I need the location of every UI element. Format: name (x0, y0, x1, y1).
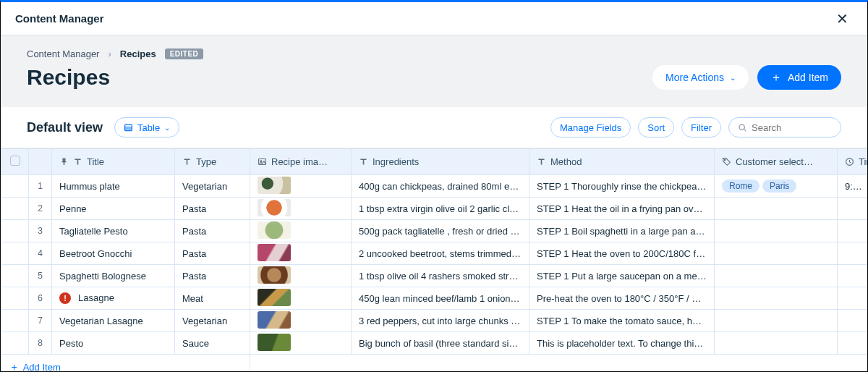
cell-ingredients[interactable]: 2 uncooked beetroot, stems trimmed (2… (352, 242, 529, 265)
cell-method[interactable]: STEP 1 To make the tomato sauce, heat th… (529, 310, 715, 332)
cell-ingredients[interactable]: 450g lean minced beef/lamb 1 onion 1 … (352, 287, 529, 310)
cell-type[interactable]: Vegetarian (175, 175, 250, 198)
cell-title[interactable]: Spaghetti Bolognese (52, 265, 175, 287)
cell-time[interactable] (838, 220, 868, 242)
table-row[interactable]: 6!LasagneMeat450g lean minced beef/lamb … (1, 287, 868, 310)
cell-title[interactable]: Vegetarian Lasagne (52, 310, 175, 332)
table-row[interactable]: 3Tagliatelle PestoPasta500g pack tagliat… (1, 220, 868, 242)
cell-time[interactable] (838, 310, 868, 332)
cell-type[interactable]: Pasta (175, 220, 250, 242)
filter-button[interactable]: Filter (681, 117, 721, 138)
cell-image[interactable] (250, 265, 352, 287)
cell-time[interactable] (838, 198, 868, 220)
topbar: Content Manager ✕ (1, 2, 867, 35)
cell-ingredients[interactable]: 1 tbsp olive oil 4 rashers smoked streak… (352, 265, 529, 287)
select-all-checkbox[interactable] (10, 156, 20, 166)
cell-customer[interactable] (715, 310, 838, 332)
cell-image[interactable] (250, 198, 352, 220)
cell-ingredients[interactable]: 500g pack tagliatelle , fresh or dried 2… (352, 220, 529, 242)
cell-image[interactable] (250, 287, 352, 310)
cell-ingredients[interactable]: Big bunch of basil (three standard size … (352, 332, 529, 355)
view-picker-label: Table (137, 122, 160, 133)
cell-title[interactable]: Beetroot Gnocchi (52, 242, 175, 265)
cell-title-text: Beetroot Gnocchi (59, 248, 132, 259)
close-button[interactable]: ✕ (832, 7, 853, 30)
cell-title[interactable]: Hummus plate (52, 175, 175, 198)
header-method[interactable]: Method (529, 149, 715, 175)
add-item-button[interactable]: ＋ Add Item (757, 65, 841, 90)
header-checkbox-cell[interactable] (1, 149, 29, 175)
view-picker[interactable]: Table ⌄ (114, 117, 179, 138)
cell-type[interactable]: Meat (175, 287, 250, 310)
cell-customer[interactable]: RomeParis (715, 175, 838, 198)
cell-method[interactable]: STEP 1 Heat the oil in a frying pan over… (529, 198, 715, 220)
search-icon (738, 123, 747, 132)
cell-method[interactable]: Pre-heat the oven to 180°C / 350°F / Gas… (529, 287, 715, 310)
cell-customer[interactable] (715, 287, 838, 310)
cell-method[interactable]: STEP 1 Put a large saucepan on a medium … (529, 265, 715, 287)
more-actions-button[interactable]: More Actions ⌄ (652, 65, 749, 90)
cell-type[interactable]: Sauce (175, 332, 250, 355)
cell-image[interactable] (250, 242, 352, 265)
add-item-row[interactable]: +Add Item (1, 355, 868, 373)
header-ingredients[interactable]: Ingredients (352, 149, 529, 175)
table-row[interactable]: 2PennePasta1 tbsp extra virgin olive oil… (1, 198, 868, 220)
cell-time[interactable]: 9:22 PM (838, 175, 868, 198)
cell-method[interactable]: STEP 1 Thoroughly rinse the chickpeas in… (529, 175, 715, 198)
breadcrumb-root[interactable]: Content Manager (27, 48, 99, 59)
svg-point-7 (724, 159, 726, 161)
tag-chip[interactable]: Rome (722, 179, 760, 193)
cell-customer[interactable] (715, 265, 838, 287)
data-table: Title Type Recipe ima… Ingredients Metho… (1, 148, 867, 372)
row-gutter (1, 175, 29, 198)
cell-method[interactable]: STEP 1 Heat the oven to 200C/180C fan/ g… (529, 242, 715, 265)
cell-type[interactable]: Pasta (175, 265, 250, 287)
table-row[interactable]: 5Spaghetti BolognesePasta1 tbsp olive oi… (1, 265, 868, 287)
cell-title[interactable]: !Lasagne (52, 287, 175, 310)
header-customer[interactable]: Customer select… (715, 149, 838, 175)
recipe-thumbnail (258, 334, 291, 351)
table-header-row: Title Type Recipe ima… Ingredients Metho… (1, 149, 868, 175)
cell-time[interactable] (838, 265, 868, 287)
cell-time[interactable] (838, 287, 868, 310)
cell-image[interactable] (250, 175, 352, 198)
search-input[interactable] (752, 122, 832, 133)
header-type[interactable]: Type (175, 149, 250, 175)
cell-image[interactable] (250, 332, 352, 355)
cell-method[interactable]: STEP 1 Boil spaghetti in a large pan acc… (529, 220, 715, 242)
cell-type[interactable]: Pasta (175, 198, 250, 220)
cell-ingredients[interactable]: 3 red peppers, cut into large chunks 2 a… (352, 310, 529, 332)
sort-button[interactable]: Sort (638, 117, 674, 138)
controls-right: Manage Fields Sort Filter (550, 117, 841, 138)
cell-customer[interactable] (715, 242, 838, 265)
table-row[interactable]: 8PestoSauceBig bunch of basil (three sta… (1, 332, 868, 355)
cell-title[interactable]: Penne (52, 198, 175, 220)
cell-time[interactable] (838, 332, 868, 355)
cell-customer[interactable] (715, 198, 838, 220)
header-title[interactable]: Title (52, 149, 175, 175)
table-row[interactable]: 1Hummus plateVegetarian400g can chickpea… (1, 175, 868, 198)
header-actions: More Actions ⌄ ＋ Add Item (652, 65, 841, 90)
cell-ingredients[interactable]: 400g can chickpeas, drained 80ml extr… (352, 175, 529, 198)
header-type-label: Type (196, 156, 216, 167)
manage-fields-button[interactable]: Manage Fields (550, 117, 631, 138)
alert-icon: ! (59, 292, 71, 304)
tag-chip[interactable]: Paris (762, 179, 796, 193)
header-time[interactable]: Time (838, 149, 868, 175)
cell-method[interactable]: This is placeholder text. To change this… (529, 332, 715, 355)
cell-image[interactable] (250, 310, 352, 332)
cell-type[interactable]: Vegetarian (175, 310, 250, 332)
search-box[interactable] (728, 117, 841, 138)
cell-customer[interactable] (715, 332, 838, 355)
cell-title[interactable]: Tagliatelle Pesto (52, 220, 175, 242)
cell-ingredients[interactable]: 1 tbsp extra virgin olive oil 2 garlic c… (352, 198, 529, 220)
cell-image[interactable] (250, 220, 352, 242)
table-row[interactable]: 7Vegetarian LasagneVegetarian3 red peppe… (1, 310, 868, 332)
text-type-icon (359, 157, 368, 166)
header-image[interactable]: Recipe ima… (250, 149, 352, 175)
cell-customer[interactable] (715, 220, 838, 242)
cell-time[interactable] (838, 242, 868, 265)
cell-type[interactable]: Pasta (175, 242, 250, 265)
cell-title[interactable]: Pesto (52, 332, 175, 355)
table-row[interactable]: 4Beetroot GnocchiPasta2 uncooked beetroo… (1, 242, 868, 265)
